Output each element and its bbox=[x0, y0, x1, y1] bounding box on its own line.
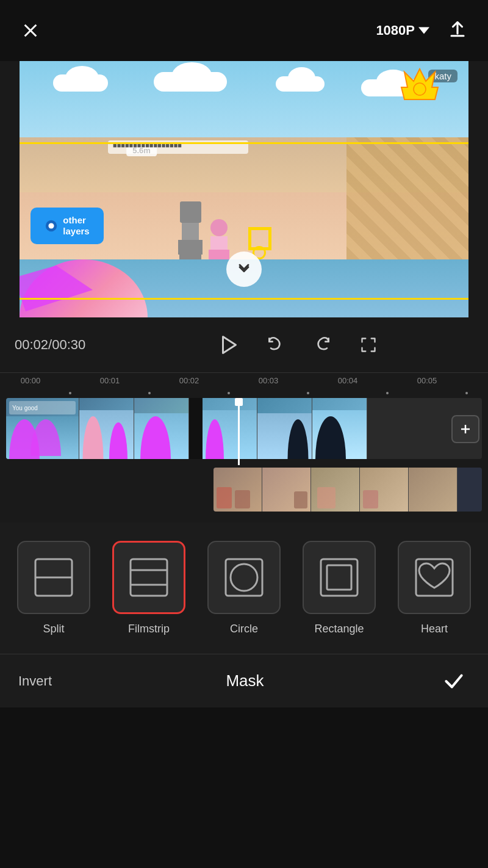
second-frame-5 bbox=[409, 468, 458, 512]
record-badge-text: other layers bbox=[63, 215, 89, 237]
top-bar: 1080P bbox=[0, 0, 488, 61]
mask-item-circle[interactable]: Circle bbox=[204, 541, 284, 635]
mask-rectangle-label: Rectangle bbox=[314, 623, 364, 635]
svg-rect-11 bbox=[131, 559, 167, 596]
svg-point-15 bbox=[231, 564, 257, 591]
filmstrip-main: You good bbox=[6, 398, 482, 459]
mask-item-split[interactable]: Split bbox=[14, 541, 93, 635]
bottom-bar: Invert Mask bbox=[0, 654, 488, 707]
svg-point-3 bbox=[49, 223, 54, 228]
mask-item-heart[interactable]: Heart bbox=[395, 541, 474, 635]
svg-marker-6 bbox=[223, 337, 236, 353]
ruler-mark-1: 00:01 bbox=[100, 376, 120, 385]
mask-panel: Split Filmstrip Circle bbox=[0, 523, 488, 654]
ruler-labels: 00:00 00:01 00:02 00:03 00:04 00:05 bbox=[6, 376, 482, 396]
playhead-gap bbox=[189, 398, 203, 459]
svg-point-5 bbox=[414, 83, 426, 95]
mask-item-rectangle[interactable]: Rectangle bbox=[300, 541, 379, 635]
second-frame-1 bbox=[214, 468, 262, 512]
collapse-button[interactable] bbox=[226, 251, 262, 287]
mask-icon-circle-box bbox=[207, 541, 281, 614]
mask-heart-label: Heart bbox=[421, 623, 448, 635]
cloud-2-top bbox=[172, 62, 212, 88]
time-display: 00:02/00:30 bbox=[15, 337, 124, 353]
cloud-1-top bbox=[65, 66, 99, 90]
record-badge: other layers bbox=[30, 208, 104, 244]
undo-button[interactable] bbox=[262, 331, 289, 358]
timeline-left-edge bbox=[0, 398, 6, 465]
film-frame-6 bbox=[312, 398, 367, 459]
video-preview-inner: 5.6m ■■■■■■■■■■■■■■■■■ bbox=[20, 61, 468, 317]
invert-button[interactable]: Invert bbox=[18, 673, 52, 689]
playhead bbox=[238, 398, 240, 465]
redo-button[interactable] bbox=[309, 331, 336, 358]
add-clip-button[interactable] bbox=[451, 415, 479, 443]
svg-rect-17 bbox=[327, 565, 351, 590]
mask-split-label: Split bbox=[43, 623, 64, 635]
mask-icon-rectangle-box bbox=[303, 541, 376, 614]
filmstrip-area: You good bbox=[0, 398, 488, 523]
ruler-mark-5: 00:05 bbox=[417, 376, 437, 385]
resolution-label: 1080P bbox=[376, 23, 415, 38]
film-frame-2 bbox=[79, 398, 134, 459]
mask-circle-label: Circle bbox=[230, 623, 258, 635]
character-gray bbox=[178, 201, 203, 266]
ruler-mark-4: 00:04 bbox=[338, 376, 358, 385]
ruler-mark-2: 00:02 bbox=[179, 376, 199, 385]
film-frame-1: You good bbox=[6, 398, 79, 459]
mask-icon-split-box bbox=[17, 541, 90, 614]
confirm-button[interactable] bbox=[438, 665, 470, 697]
ruler-mark-3: 00:03 bbox=[259, 376, 279, 385]
mask-icon-filmstrip-box bbox=[112, 541, 185, 614]
second-frame-2 bbox=[262, 468, 311, 512]
mask-items: Split Filmstrip Circle bbox=[6, 535, 482, 648]
mask-icon-heart-box bbox=[398, 541, 471, 614]
main-filmstrip-track: You good bbox=[0, 398, 488, 465]
top-bar-right: 1080P bbox=[376, 17, 471, 44]
second-frame-4 bbox=[360, 468, 409, 512]
cloud-3-top bbox=[288, 67, 315, 89]
video-preview: 5.6m ■■■■■■■■■■■■■■■■■ bbox=[0, 61, 488, 317]
play-button[interactable] bbox=[216, 331, 243, 358]
fullscreen-button[interactable] bbox=[355, 331, 382, 358]
second-frame-3 bbox=[311, 468, 360, 512]
film-frame-3 bbox=[134, 398, 189, 459]
crown-badge bbox=[395, 66, 444, 109]
crop-line-bottom bbox=[20, 298, 468, 300]
ruler-mark-0: 00:00 bbox=[21, 376, 41, 385]
crop-line-top bbox=[20, 142, 468, 144]
playback-controls bbox=[124, 331, 473, 358]
film-frame-4 bbox=[203, 398, 257, 459]
resolution-button[interactable]: 1080P bbox=[376, 23, 429, 38]
film-frame-5 bbox=[257, 398, 312, 459]
timeline-ruler: 00:00 00:01 00:02 00:03 00:04 00:05 bbox=[0, 372, 488, 398]
second-track-inner bbox=[214, 468, 482, 512]
mask-item-filmstrip[interactable]: Filmstrip bbox=[109, 541, 188, 635]
second-video-track bbox=[0, 468, 488, 516]
game-wall-right bbox=[346, 137, 468, 259]
mask-filmstrip-label: Filmstrip bbox=[128, 623, 170, 635]
controls-bar: 00:02/00:30 bbox=[0, 317, 488, 372]
close-button[interactable] bbox=[17, 17, 44, 44]
upload-button[interactable] bbox=[444, 17, 471, 44]
mask-title: Mask bbox=[226, 671, 264, 690]
